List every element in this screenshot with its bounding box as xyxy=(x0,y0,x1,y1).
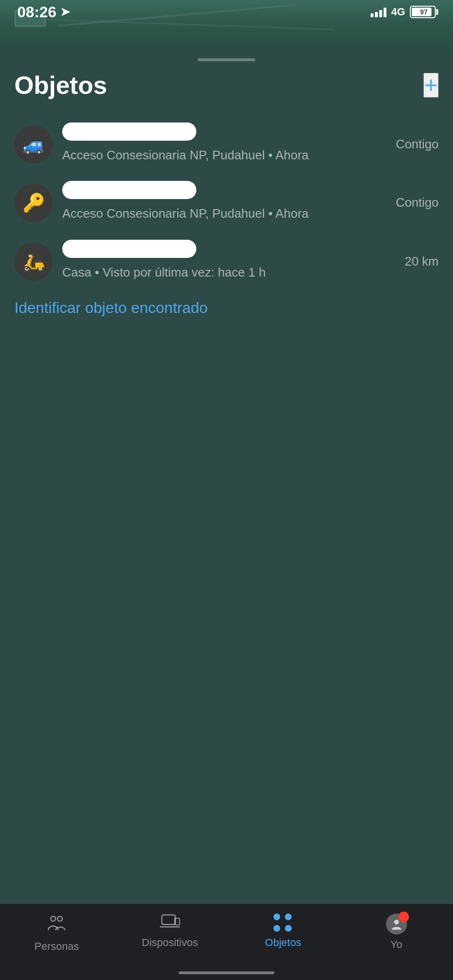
objects-icon xyxy=(273,913,293,933)
item-info-3: Casa • Visto por última vez: hace 1 h xyxy=(62,240,395,281)
item-location-1: Acceso Consesionaria NP, Pudahuel • Ahor… xyxy=(62,146,386,164)
item-name-redacted-2 xyxy=(62,181,196,199)
page-header: Objetos + xyxy=(14,71,439,100)
tab-personas[interactable]: Personas xyxy=(28,913,85,953)
svg-rect-2 xyxy=(162,915,175,924)
notification-badge xyxy=(398,912,409,922)
item-icon-scooter: 🛵 xyxy=(14,243,53,281)
people-icon xyxy=(46,913,67,936)
avatar-container xyxy=(386,913,407,935)
item-name-redacted-1 xyxy=(62,122,196,141)
list-item[interactable]: 🛵 Casa • Visto por última vez: hace 1 h … xyxy=(14,231,439,290)
svg-point-1 xyxy=(57,916,62,921)
drag-handle[interactable] xyxy=(0,53,453,61)
item-icon-key: 🔑 xyxy=(14,184,53,222)
item-distance-3: 20 km xyxy=(405,240,439,269)
item-info-2: Acceso Consesionaria NP, Pudahuel • Ahor… xyxy=(62,181,386,222)
empty-space xyxy=(14,331,439,762)
item-icon-car: 🚙 xyxy=(14,125,53,164)
main-content: Objetos + 🚙 Acceso Consesionaria NP, Pud… xyxy=(0,61,453,762)
home-indicator xyxy=(179,971,274,974)
tab-personas-label: Personas xyxy=(34,940,79,953)
objects-list: 🚙 Acceso Consesionaria NP, Pudahuel • Ah… xyxy=(14,114,439,290)
status-bar: 08:26 ➤ 4G 97 xyxy=(0,0,453,24)
tab-bar: Personas Dispositivos Objetos xyxy=(0,903,453,980)
item-info-1: Acceso Consesionaria NP, Pudahuel • Ahor… xyxy=(62,122,386,164)
identify-object-link[interactable]: Identificar objeto encontrado xyxy=(14,285,208,326)
add-object-button[interactable]: + xyxy=(423,73,439,98)
svg-point-0 xyxy=(51,916,56,921)
status-time: 08:26 ➤ xyxy=(17,3,70,21)
battery: 97 xyxy=(410,6,436,18)
tab-objetos[interactable]: Objetos xyxy=(254,913,312,949)
list-item[interactable]: 🚙 Acceso Consesionaria NP, Pudahuel • Ah… xyxy=(14,114,439,172)
item-location-3: Casa • Visto por última vez: hace 1 h xyxy=(62,264,395,281)
tab-yo[interactable]: Yo xyxy=(368,913,425,951)
tab-dispositivos-label: Dispositivos xyxy=(142,936,198,949)
item-status-1: Contigo xyxy=(396,122,439,152)
tab-dispositivos[interactable]: Dispositivos xyxy=(141,913,199,949)
tab-objetos-label: Objetos xyxy=(265,936,301,949)
item-status-2: Contigo xyxy=(396,181,439,210)
location-arrow-icon: ➤ xyxy=(60,5,70,19)
svg-point-4 xyxy=(394,920,399,924)
item-location-2: Acceso Consesionaria NP, Pudahuel • Ahor… xyxy=(62,205,386,222)
network-type: 4G xyxy=(391,6,405,18)
status-right: 4G 97 xyxy=(371,6,436,18)
signal-bars xyxy=(371,7,386,17)
devices-icon xyxy=(159,913,181,933)
list-item[interactable]: 🔑 Acceso Consesionaria NP, Pudahuel • Ah… xyxy=(14,172,439,231)
tab-yo-label: Yo xyxy=(390,938,402,951)
item-name-redacted-3 xyxy=(62,240,196,258)
page-title: Objetos xyxy=(14,71,107,100)
